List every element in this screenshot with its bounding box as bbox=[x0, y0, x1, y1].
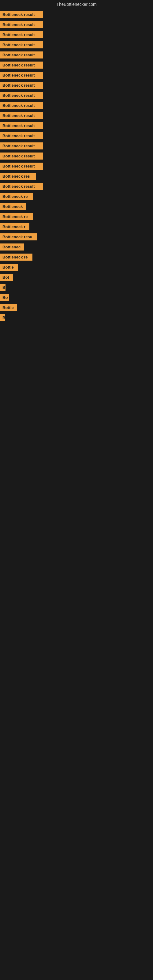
bottleneck-label: Bottleneck re bbox=[0, 213, 33, 220]
list-item[interactable]: Bottlenec bbox=[0, 242, 153, 252]
bottleneck-label: B bbox=[0, 314, 5, 321]
bottleneck-label: B bbox=[0, 284, 5, 291]
bottleneck-label: Bottleneck result bbox=[0, 132, 43, 139]
bottleneck-label: Bottleneck result bbox=[0, 11, 43, 18]
list-item[interactable]: Bottleneck result bbox=[0, 161, 153, 171]
list-item[interactable]: Bottle bbox=[0, 262, 153, 272]
bottleneck-label: Bottleneck result bbox=[0, 51, 43, 59]
list-item[interactable]: Bottleneck result bbox=[0, 131, 153, 140]
bottleneck-label: Bottleneck result bbox=[0, 41, 43, 48]
list-item[interactable]: Bottleneck res bbox=[0, 172, 153, 181]
bottleneck-label: Bottleneck result bbox=[0, 112, 43, 119]
list-item[interactable]: Bottleneck result bbox=[0, 111, 153, 120]
bottleneck-label: Bottle bbox=[0, 264, 18, 271]
list-item[interactable]: Bottleneck re bbox=[0, 212, 153, 221]
items-container: Bottleneck resultBottleneck resultBottle… bbox=[0, 9, 153, 324]
bottleneck-label: Bottleneck r bbox=[0, 223, 29, 230]
bottleneck-label: Bot bbox=[0, 274, 13, 281]
list-item[interactable]: Bottleneck result bbox=[0, 40, 153, 49]
list-item[interactable]: Bottleneck result bbox=[0, 10, 153, 19]
list-item[interactable]: Bo bbox=[0, 293, 153, 302]
bottleneck-label: Bottleneck result bbox=[0, 62, 43, 68]
bottleneck-label: Bottleneck bbox=[0, 203, 26, 210]
list-item[interactable]: Bottleneck bbox=[0, 202, 153, 211]
list-item[interactable]: B bbox=[0, 313, 153, 323]
list-item[interactable]: Bottleneck result bbox=[0, 151, 153, 161]
bottleneck-label: Bottleneck result bbox=[0, 122, 43, 129]
bottleneck-label: Bottleneck result bbox=[0, 183, 43, 190]
bottleneck-label: Bottleneck result bbox=[0, 31, 43, 38]
list-item[interactable]: Bottleneck result bbox=[0, 60, 153, 70]
bottleneck-label: Bottleneck result bbox=[0, 102, 43, 109]
bottleneck-label: Bottleneck result bbox=[0, 21, 43, 28]
bottleneck-label: Bottleneck result bbox=[0, 72, 43, 79]
bottleneck-label: Bottleneck resu bbox=[0, 233, 37, 240]
list-item[interactable]: Bottleneck re bbox=[0, 252, 153, 262]
bottleneck-label: Bottleneck re bbox=[0, 254, 32, 261]
bottleneck-label: Bottleneck re bbox=[0, 193, 33, 200]
list-item[interactable]: Bottleneck r bbox=[0, 222, 153, 232]
list-item[interactable]: Bottleneck result bbox=[0, 81, 153, 90]
list-item[interactable]: Bottle bbox=[0, 303, 153, 312]
list-item[interactable]: B bbox=[0, 283, 153, 292]
bottleneck-label: Bottleneck res bbox=[0, 173, 36, 180]
bottleneck-label: Bottleneck result bbox=[0, 92, 43, 99]
list-item[interactable]: Bottleneck re bbox=[0, 192, 153, 201]
list-item[interactable]: Bottleneck result bbox=[0, 70, 153, 80]
list-item[interactable]: Bottleneck result bbox=[0, 141, 153, 151]
bottleneck-label: Bottleneck result bbox=[0, 162, 43, 170]
bottleneck-label: Bottlenec bbox=[0, 243, 24, 250]
list-item[interactable]: Bottleneck result bbox=[0, 101, 153, 110]
list-item[interactable]: Bot bbox=[0, 272, 153, 282]
bottleneck-label: Bottle bbox=[0, 304, 17, 311]
site-title: TheBottlenecker.com bbox=[0, 0, 153, 9]
bottleneck-label: Bo bbox=[0, 294, 9, 301]
list-item[interactable]: Bottleneck resu bbox=[0, 232, 153, 242]
list-item[interactable]: Bottleneck result bbox=[0, 91, 153, 100]
list-item[interactable]: Bottleneck result bbox=[0, 121, 153, 130]
bottleneck-label: Bottleneck result bbox=[0, 82, 43, 89]
list-item[interactable]: Bottleneck result bbox=[0, 20, 153, 29]
bottleneck-label: Bottleneck result bbox=[0, 142, 43, 150]
list-item[interactable]: Bottleneck result bbox=[0, 181, 153, 191]
bottleneck-label: Bottleneck result bbox=[0, 153, 43, 159]
list-item[interactable]: Bottleneck result bbox=[0, 50, 153, 60]
list-item[interactable]: Bottleneck result bbox=[0, 30, 153, 40]
